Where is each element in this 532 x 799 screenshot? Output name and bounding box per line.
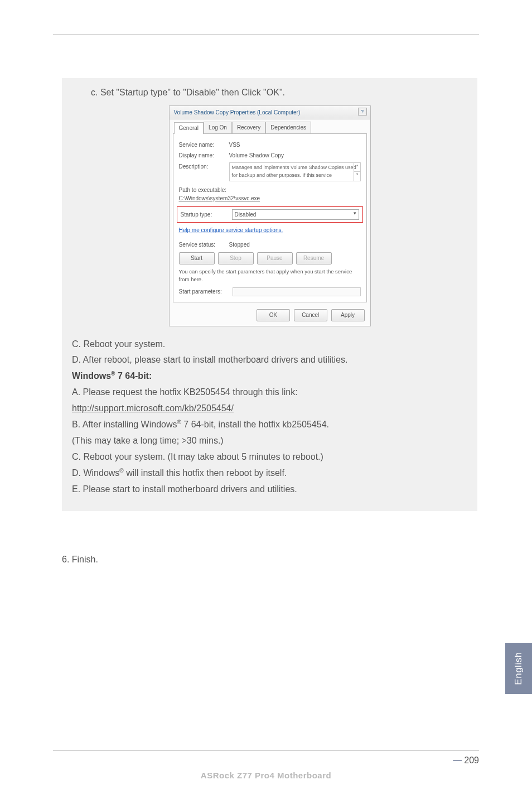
service-status-label: Service status: bbox=[179, 240, 229, 249]
description-box: Manages and implements Volume Shadow Cop… bbox=[229, 162, 361, 181]
content-panel: c. Set "Startup type" to "Disable" then … bbox=[62, 78, 477, 511]
service-name-label: Service name: bbox=[179, 141, 229, 150]
dialog-help-button[interactable]: ? bbox=[358, 108, 367, 115]
start-params-label: Start parameters: bbox=[179, 287, 229, 296]
tab-logon[interactable]: Log On bbox=[204, 122, 232, 133]
service-name-value: VSS bbox=[229, 141, 240, 150]
properties-dialog: Volume Shadow Copy Properties (Local Com… bbox=[169, 105, 371, 326]
win7-header: Windows® 7 64-bit: bbox=[72, 369, 467, 383]
start-params-hint: You can specify the start parameters tha… bbox=[179, 268, 361, 284]
startup-type-label: Startup type: bbox=[181, 210, 228, 219]
tab-general[interactable]: General bbox=[174, 122, 204, 134]
startup-type-select[interactable]: Disabled bbox=[232, 209, 359, 220]
help-configure-link[interactable]: Help me configure service startup option… bbox=[179, 227, 283, 233]
description-label: Description: bbox=[179, 162, 229, 181]
dialog-tabs: General Log On Recovery Dependencies bbox=[170, 119, 370, 133]
service-status-value: Stopped bbox=[229, 240, 250, 249]
cancel-button[interactable]: Cancel bbox=[294, 309, 327, 321]
tab-general-body: Service name: VSS Display name: Volume S… bbox=[173, 133, 367, 302]
dialog-title-text: Volume Shadow Copy Properties (Local Com… bbox=[174, 109, 301, 115]
display-name-value: Volume Shadow Copy bbox=[229, 151, 284, 160]
win7-step-b: B. After installing Windows® 7 64-bit, i… bbox=[72, 418, 467, 432]
step-6-finish: 6. Finish. bbox=[62, 555, 98, 565]
tab-dependencies[interactable]: Dependencies bbox=[265, 122, 311, 133]
dialog-screenshot: Volume Shadow Copy Properties (Local Com… bbox=[72, 105, 467, 326]
tab-recovery[interactable]: Recovery bbox=[232, 122, 265, 133]
dialog-titlebar: Volume Shadow Copy Properties (Local Com… bbox=[170, 106, 370, 120]
footer-title: ASRock Z77 Pro4 Motherboard bbox=[0, 771, 532, 780]
stop-button[interactable]: Stop bbox=[218, 252, 254, 264]
footer-rule bbox=[53, 750, 479, 751]
apply-button[interactable]: Apply bbox=[331, 309, 365, 321]
description-scroll[interactable]: ▴▾ bbox=[354, 163, 360, 181]
path-label: Path to executable: bbox=[179, 186, 361, 195]
startup-highlight: Startup type: Disabled bbox=[177, 206, 363, 223]
instruction-step-c: c. Set "Startup type" to "Disable" then … bbox=[91, 86, 467, 100]
win7-step-e: E. Please start to install motherboard d… bbox=[72, 483, 467, 497]
win7-step-c: C. Reboot your system. (It may take abou… bbox=[72, 450, 467, 464]
path-value: C:\Windows\system32\vssvc.exe bbox=[179, 194, 361, 203]
step-big-d: D. After reboot, please start to install… bbox=[72, 353, 467, 367]
win7-step-b-note: (This may take a long time; >30 mins.) bbox=[72, 434, 467, 448]
start-params-input[interactable] bbox=[233, 287, 361, 296]
language-tab: English bbox=[505, 643, 532, 694]
language-tab-label: English bbox=[513, 652, 524, 685]
service-control-row: Start Stop Pause Resume bbox=[179, 252, 361, 264]
ok-button[interactable]: OK bbox=[257, 309, 290, 321]
page-number-dash: — bbox=[453, 755, 462, 765]
pause-button[interactable]: Pause bbox=[257, 252, 293, 264]
resume-button[interactable]: Resume bbox=[296, 252, 332, 264]
win7-step-a-link[interactable]: http://support.microsoft.com/kb/2505454/ bbox=[72, 402, 467, 416]
page-number: —209 bbox=[453, 755, 479, 766]
dialog-footer: OK Cancel Apply bbox=[170, 306, 370, 326]
step-big-c: C. Reboot your system. bbox=[72, 338, 467, 352]
top-rule bbox=[53, 35, 479, 35]
win7-step-a: A. Please request the hotfix KB2505454 t… bbox=[72, 386, 467, 399]
win7-step-d: D. Windows® will install this hotfix the… bbox=[72, 466, 467, 480]
start-button[interactable]: Start bbox=[179, 252, 215, 264]
description-value: Manages and implements Volume Shadow Cop… bbox=[232, 165, 356, 178]
display-name-label: Display name: bbox=[179, 151, 229, 160]
